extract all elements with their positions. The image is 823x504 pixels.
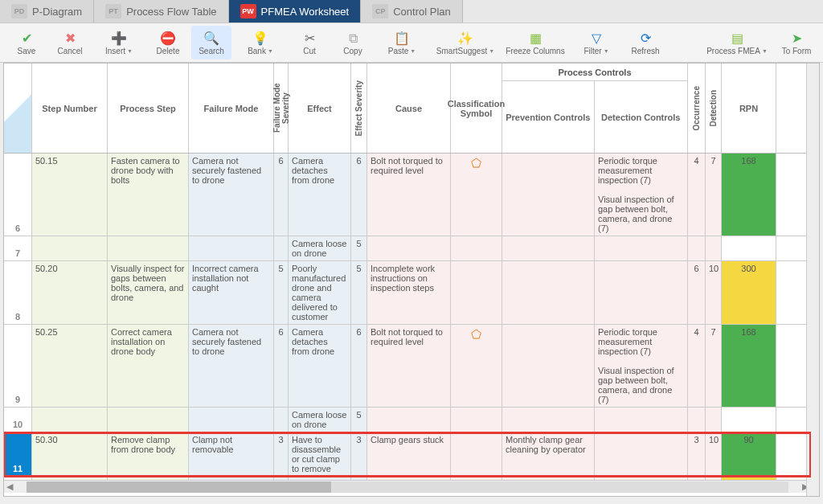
lightbulb-icon: 💡 bbox=[252, 31, 268, 47]
col-detection[interactable]: Detection bbox=[706, 64, 722, 153]
plus-icon: ➕ bbox=[111, 31, 127, 47]
funnel-icon: ▽ bbox=[592, 31, 601, 47]
arrow-right-icon: ➤ bbox=[792, 31, 802, 47]
tab-pw[interactable]: PWPFMEA Worksheet bbox=[229, 0, 362, 23]
tab-icon: PW bbox=[240, 4, 256, 18]
col-fm-severity[interactable]: Failure Mode Severity bbox=[274, 64, 289, 153]
tab-pt[interactable]: PTProcess Flow Table bbox=[94, 0, 228, 23]
table-row[interactable]: 850.20Visually inspect for gaps between … bbox=[4, 261, 811, 325]
chevron-down-icon: ▼ bbox=[604, 48, 609, 54]
table-row[interactable]: 7Camera loose on drone5 bbox=[4, 236, 811, 261]
copy-icon: ⧉ bbox=[349, 31, 358, 47]
col-step-number[interactable]: Step Number bbox=[32, 64, 108, 153]
table-row[interactable]: 1250.35Return size 10 socket to tool dis… bbox=[4, 477, 811, 480]
tab-pd[interactable]: PDP-Diagram bbox=[0, 0, 94, 23]
process-fmea-button[interactable]: ▤Process FMEA▼ bbox=[701, 26, 773, 59]
worksheet-grid: Step Number Process Step Failure Mode Fa… bbox=[3, 63, 820, 497]
freeze-button[interactable]: ▦Freeze Columns bbox=[503, 26, 567, 59]
tab-icon: PT bbox=[105, 4, 121, 18]
col-cause[interactable]: Cause bbox=[367, 64, 451, 153]
bank-button[interactable]: 💡Bank▼ bbox=[235, 26, 286, 59]
tab-icon: PD bbox=[11, 4, 27, 18]
scroll-left-icon[interactable]: ◀ bbox=[4, 481, 15, 492]
table-row[interactable]: 650.15Fasten camera to drone body with b… bbox=[4, 154, 811, 236]
col-process-step[interactable]: Process Step bbox=[108, 64, 189, 153]
col-classification[interactable]: Classification Symbol bbox=[451, 64, 502, 153]
search-icon: 🔍 bbox=[203, 31, 219, 47]
table-row[interactable]: 950.25Correct camera installation on dro… bbox=[4, 325, 811, 408]
col-effect[interactable]: Effect bbox=[289, 64, 351, 153]
filter-button[interactable]: ▽Filter▼ bbox=[571, 26, 622, 59]
horizontal-scrollbar[interactable]: ◀ ▶ bbox=[4, 480, 811, 493]
scissors-icon: ✂ bbox=[305, 31, 315, 47]
chevron-down-icon: ▼ bbox=[489, 48, 494, 54]
search-button[interactable]: 🔍Search bbox=[191, 26, 231, 59]
delete-button[interactable]: ⛔Delete bbox=[148, 26, 188, 59]
copy-button[interactable]: ⧉Copy bbox=[333, 26, 373, 59]
chevron-down-icon: ▼ bbox=[268, 48, 273, 54]
insert-button[interactable]: ➕Insert▼ bbox=[93, 26, 145, 59]
chevron-down-icon: ▼ bbox=[127, 48, 133, 54]
smartsuggest-button[interactable]: ✨SmartSuggest▼ bbox=[431, 26, 500, 59]
to-form-button[interactable]: ➤To Form bbox=[776, 26, 817, 59]
minus-icon: ⛔ bbox=[160, 31, 176, 47]
document-icon: ▤ bbox=[731, 31, 743, 47]
col-effect-severity[interactable]: Effect Severity bbox=[351, 64, 367, 153]
col-failure-mode[interactable]: Failure Mode bbox=[189, 64, 274, 153]
grid-body[interactable]: 650.15Fasten camera to drone body with b… bbox=[4, 154, 811, 480]
cancel-button[interactable]: ✖Cancel bbox=[50, 26, 90, 59]
col-occurrence[interactable]: Occurrence bbox=[688, 64, 706, 153]
cancel-icon: ✖ bbox=[65, 31, 76, 47]
table-row[interactable]: 1150.30Remove clamp from drone bodyClamp… bbox=[4, 432, 811, 477]
sparkle-icon: ✨ bbox=[457, 31, 473, 47]
col-detection-controls[interactable]: Detection Controls bbox=[595, 81, 688, 154]
clipboard-icon: 📋 bbox=[394, 31, 410, 47]
refresh-button[interactable]: ⟳Refresh bbox=[625, 26, 665, 59]
grid-icon: ▦ bbox=[530, 31, 542, 47]
table-row[interactable]: 10Camera loose on drone5 bbox=[4, 408, 811, 432]
header-corner bbox=[4, 64, 32, 153]
save-button[interactable]: ✔Save bbox=[6, 26, 47, 59]
tab-icon: CP bbox=[372, 4, 388, 18]
tab-strip: PDP-DiagramPTProcess Flow TablePWPFMEA W… bbox=[0, 0, 823, 23]
toolbar: ✔Save ✖Cancel ➕Insert▼ ⛔Delete 🔍Search 💡… bbox=[0, 23, 823, 63]
chevron-down-icon: ▼ bbox=[410, 48, 416, 54]
refresh-icon: ⟳ bbox=[641, 31, 651, 47]
col-process-controls: Process Controls Prevention Controls Det… bbox=[502, 64, 688, 153]
col-prevention[interactable]: Prevention Controls bbox=[502, 81, 595, 154]
tab-cp[interactable]: CPControl Plan bbox=[361, 0, 463, 23]
cut-button[interactable]: ✂Cut bbox=[289, 26, 330, 59]
check-icon: ✔ bbox=[22, 31, 32, 47]
paste-button[interactable]: 📋Paste▼ bbox=[376, 26, 428, 59]
col-rpn[interactable]: RPN bbox=[722, 64, 776, 153]
vertical-scrollbar[interactable] bbox=[806, 64, 819, 496]
column-header-row: Step Number Process Step Failure Mode Fa… bbox=[4, 64, 811, 154]
chevron-down-icon: ▼ bbox=[762, 48, 768, 54]
